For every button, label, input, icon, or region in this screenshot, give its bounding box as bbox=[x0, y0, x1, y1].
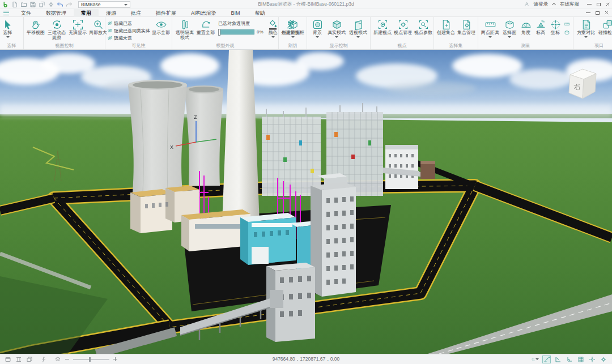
background-button[interactable]: 背景 bbox=[309, 18, 326, 38]
grid-toggle-button[interactable] bbox=[576, 356, 585, 363]
speed-slider-thumb[interactable] bbox=[89, 357, 91, 362]
color-button[interactable]: 颜色 bbox=[266, 18, 280, 38]
new-viewpoint-button[interactable]: 新建视点 bbox=[372, 18, 393, 36]
dropdown-caret-icon bbox=[6, 36, 10, 38]
measure-extra-bottom-button[interactable] bbox=[563, 29, 571, 36]
cascade-windows-icon[interactable] bbox=[26, 356, 33, 363]
tab-file[interactable]: 文件 bbox=[14, 9, 39, 17]
zoom-window-label: 局部放大 bbox=[89, 31, 107, 36]
speed-minus-icon[interactable] bbox=[65, 359, 69, 359]
hide-unselected-button[interactable]: 隐藏未选 bbox=[107, 35, 150, 41]
cooling-tower-front[interactable] bbox=[128, 80, 187, 192]
walk-mode-icon[interactable] bbox=[40, 356, 47, 363]
orbit-button[interactable]: 三维动态观察 bbox=[46, 18, 67, 40]
save-as-icon[interactable] bbox=[39, 1, 45, 8]
tab-annotation[interactable]: 批注 bbox=[124, 9, 148, 17]
settings-gear-icon[interactable] bbox=[48, 1, 54, 8]
hide-same-type-button[interactable]: 隐藏已选同类实体 bbox=[107, 27, 150, 34]
eye-off-icon bbox=[107, 28, 113, 33]
maximize-icon[interactable] bbox=[597, 3, 601, 6]
layout-window-icon[interactable] bbox=[5, 356, 11, 363]
close-icon[interactable] bbox=[606, 2, 610, 6]
group-label-display-control: 显示控制 bbox=[307, 43, 370, 49]
speed-plus-icon[interactable] bbox=[113, 357, 117, 361]
cooling-tower-back[interactable] bbox=[185, 85, 223, 186]
measure-extra-top-button[interactable] bbox=[563, 20, 571, 28]
transparency-slider-thumb[interactable] bbox=[218, 29, 220, 36]
set-manage-label: 集合管理 bbox=[457, 31, 475, 36]
app-mode-value: BIMBase bbox=[81, 2, 101, 7]
clash-detect-button[interactable]: 碰撞检测 bbox=[597, 18, 612, 36]
tab-common[interactable]: 常用 bbox=[74, 9, 99, 17]
online-support-link[interactable]: 在线客服 bbox=[560, 1, 579, 8]
scheme-compare-button[interactable]: 方案对比 bbox=[575, 18, 597, 38]
snap-nearest-button[interactable] bbox=[554, 356, 562, 363]
new-file-icon[interactable] bbox=[11, 1, 18, 8]
layers-icon[interactable] bbox=[54, 356, 61, 363]
ribbon-group-display-control: 背景 真实模式 透视模式 显示控制 bbox=[307, 17, 371, 49]
snap-endpoint-button[interactable] bbox=[542, 356, 551, 363]
navigation-button[interactable] bbox=[588, 356, 596, 363]
open-file-icon[interactable] bbox=[20, 1, 27, 8]
reset-all-button[interactable]: 重置全部 bbox=[196, 18, 216, 36]
viewpoint-manage-button[interactable]: 视点管理 bbox=[393, 18, 413, 36]
pan-view-button[interactable]: 平移视图 bbox=[26, 18, 46, 36]
zoom-fit-button[interactable]: 充满显示 bbox=[67, 18, 88, 36]
measure-extra-icon bbox=[564, 21, 570, 27]
redo-icon[interactable] bbox=[66, 1, 73, 8]
gear-icon bbox=[600, 356, 607, 363]
pan-view-label: 平移视图 bbox=[27, 31, 45, 36]
ribbon: 选择 选择 平移视图 三维动态观察 充满显示 局部放大 视图 bbox=[0, 17, 612, 50]
snap-perpendicular-button[interactable] bbox=[565, 356, 573, 363]
select-face-button[interactable]: 选择面 bbox=[500, 18, 518, 38]
speed-slider[interactable] bbox=[73, 359, 109, 360]
hide-selected-button[interactable]: 隐藏已选 bbox=[107, 20, 150, 27]
select-button[interactable]: 选择 bbox=[2, 18, 14, 38]
doc-restore-icon[interactable] bbox=[596, 11, 600, 15]
elevation-button[interactable]: 标高 bbox=[533, 18, 548, 36]
tab-data-management[interactable]: 数据管理 bbox=[39, 9, 74, 17]
undo-icon[interactable] bbox=[57, 1, 63, 8]
transparency-value: 0% bbox=[257, 29, 264, 35]
perspective-mode-button[interactable]: 透视模式 bbox=[347, 18, 369, 38]
ribbon-group-section: 创建剖面框 剖切 bbox=[279, 17, 307, 49]
group-label-model-appearance: 模型外观 bbox=[172, 43, 278, 49]
realistic-mode-button[interactable]: 真实模式 bbox=[326, 18, 347, 38]
viewport-3d-scene[interactable]: 右 Z X bbox=[0, 50, 612, 354]
statusbar-settings-button[interactable] bbox=[599, 356, 607, 363]
viewpoint-params-button[interactable]: 视点参数 bbox=[413, 18, 434, 36]
chevron-up-icon[interactable] bbox=[552, 3, 556, 7]
angle-button[interactable]: 角度 bbox=[518, 18, 533, 36]
transparent-isolate-button[interactable]: 透明隔离模式 bbox=[174, 18, 196, 40]
doc-close-icon[interactable] bbox=[605, 11, 609, 15]
crosshair-icon bbox=[589, 356, 596, 363]
hand-icon bbox=[30, 19, 42, 31]
background-label: 背景 bbox=[313, 31, 322, 36]
login-link[interactable]: 请登录 bbox=[534, 1, 549, 8]
selection-filter-button[interactable] bbox=[531, 356, 539, 363]
tab-roam[interactable]: 漫游 bbox=[99, 9, 124, 17]
app-mode-selector[interactable]: BIMBase bbox=[78, 1, 130, 8]
panel-columns-icon[interactable] bbox=[15, 356, 22, 363]
save-icon[interactable] bbox=[29, 1, 36, 8]
create-set-button[interactable]: 创建集合 bbox=[436, 18, 456, 36]
select-face-label: 选择面 bbox=[503, 31, 516, 36]
ruler-icon bbox=[484, 19, 496, 31]
coordinate-button[interactable]: 坐标 bbox=[548, 18, 563, 36]
minimize-icon[interactable] bbox=[587, 4, 592, 5]
cube-icon bbox=[331, 19, 343, 31]
set-manage-button[interactable]: 集合管理 bbox=[456, 18, 477, 36]
distance-button[interactable]: 两点距离 bbox=[480, 18, 500, 38]
hamburger-menu-icon[interactable] bbox=[3, 11, 9, 15]
tab-ai-render[interactable]: AI构思渲染 bbox=[184, 9, 224, 17]
viewport-3d[interactable]: 右 Z X bbox=[0, 50, 612, 354]
show-all-button[interactable]: 显示全部 bbox=[151, 18, 171, 36]
tab-bim[interactable]: BIM bbox=[224, 9, 248, 17]
tall-gray-building[interactable] bbox=[311, 173, 356, 297]
tab-help[interactable]: 帮助 bbox=[248, 9, 273, 17]
tab-plugin-extension[interactable]: 插件扩展 bbox=[148, 9, 184, 17]
transparency-slider[interactable] bbox=[218, 29, 254, 35]
section-box-button[interactable]: 创建剖面框 bbox=[280, 18, 305, 38]
boiler-structure-left[interactable] bbox=[262, 108, 321, 196]
doc-minimize-icon[interactable] bbox=[586, 12, 590, 13]
